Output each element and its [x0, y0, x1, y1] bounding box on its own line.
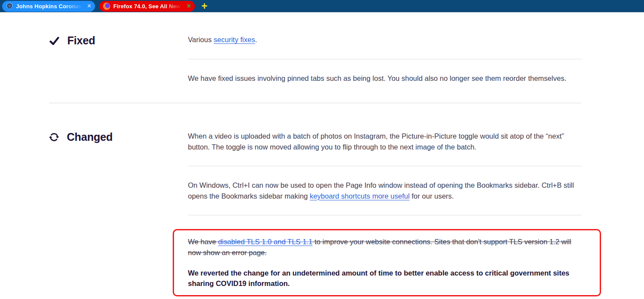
close-tab-icon[interactable]: ×: [187, 3, 191, 10]
fixed-heading-label: Fixed: [67, 34, 95, 47]
keyboard-shortcuts-link[interactable]: keyboard shortcuts more useful: [310, 192, 410, 200]
tab-title: Johns Hopkins Coronavirus Re: [16, 3, 84, 10]
firefox-icon: [103, 3, 110, 10]
security-fixes-link[interactable]: security fixes: [214, 36, 255, 43]
pinned-tabs-note: We have fixed issues involving pinned ta…: [188, 73, 582, 84]
changed-entries: When a video is uploaded with a batch of…: [188, 131, 582, 296]
browser-tab-bar: Johns Hopkins Coronavirus Re × Firefox 7…: [0, 0, 644, 13]
instagram-pip-note: When a video is uploaded with a batch of…: [188, 131, 582, 152]
fixed-entries: Various security fixes. We have fixed is…: [188, 34, 582, 83]
note-text: Various: [188, 36, 214, 43]
tab-firefox-74[interactable]: Firefox 74.0, See All New Fe ×: [99, 1, 195, 12]
sync-icon: [49, 132, 59, 142]
fixed-section: Fixed Various security fixes. We have fi…: [49, 34, 582, 103]
entry-divider: [188, 166, 582, 166]
changed-heading-label: Changed: [67, 131, 113, 143]
close-tab-icon[interactable]: ×: [87, 3, 91, 10]
changed-heading: Changed: [49, 131, 188, 143]
entry-divider: [188, 215, 582, 216]
changed-heading-column: Changed: [49, 131, 188, 296]
fixed-heading-column: Fixed: [49, 34, 188, 83]
ctrl-i-note: On Windows, Ctrl+I can now be used to op…: [188, 180, 582, 201]
tls-revert-note: We reverted the change for an undetermin…: [188, 268, 582, 289]
new-tab-button[interactable]: +: [201, 1, 207, 11]
security-fixes-note: Various security fixes.: [188, 34, 582, 45]
tls-disabled-note: We have disabled TLS 1.0 and TLS 1.1 to …: [188, 236, 582, 258]
entry-divider: [188, 59, 582, 60]
red-annotation-box: We have disabled TLS 1.0 and TLS 1.1 to …: [173, 229, 601, 296]
note-text: .: [255, 36, 257, 43]
fixed-heading: Fixed: [49, 34, 188, 47]
note-text: We have: [188, 238, 218, 246]
release-notes-page: Fixed Various security fixes. We have fi…: [0, 13, 644, 299]
johns-hopkins-shield-icon: [6, 3, 13, 10]
tls-disabled-link[interactable]: disabled TLS 1.0 and TLS 1.1: [218, 238, 312, 246]
tab-johns-hopkins[interactable]: Johns Hopkins Coronavirus Re ×: [2, 1, 95, 12]
note-text: for our users.: [410, 192, 454, 200]
changed-section: Changed When a video is uploaded with a …: [49, 103, 582, 299]
tab-title: Firefox 74.0, See All New Fe: [113, 3, 184, 10]
check-icon: [49, 36, 59, 46]
